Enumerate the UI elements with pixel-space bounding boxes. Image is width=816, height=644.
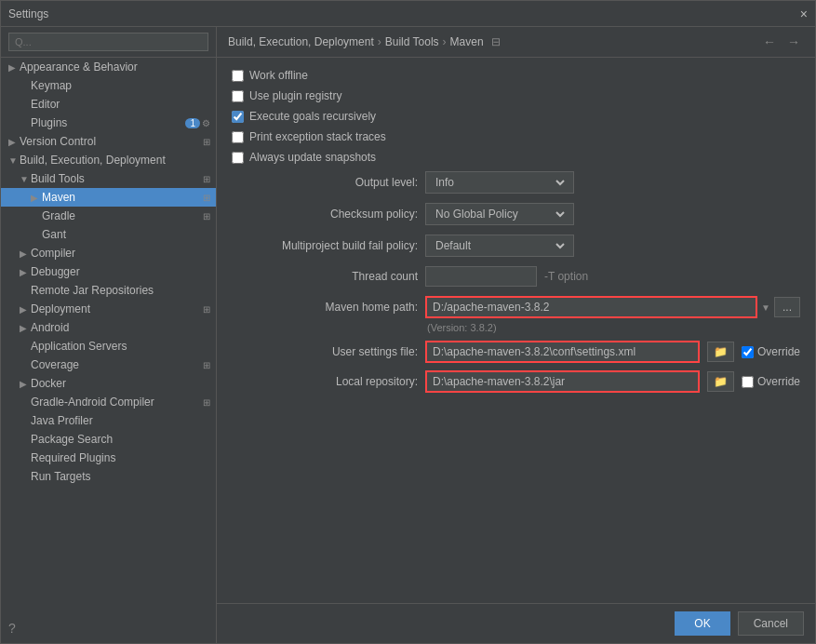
arrow-icon: ▶	[20, 267, 31, 277]
sidebar-search-container	[1, 27, 216, 58]
spacer	[20, 453, 31, 463]
sidebar-item-android[interactable]: ▶ Android	[1, 318, 216, 337]
output-level-select[interactable]: Info Debug Warning Error	[432, 175, 568, 190]
print-exception-checkbox[interactable]	[232, 131, 244, 143]
breadcrumb-sep1: ›	[378, 35, 381, 48]
maven-home-row: Maven home path: ▼ ...	[232, 296, 800, 318]
window-title: Settings	[8, 7, 48, 20]
sidebar-item-build-execution[interactable]: ▼ Build, Execution, Deployment	[1, 151, 216, 169]
settings-content: Work offline Use plugin registry Execute…	[217, 58, 815, 603]
breadcrumb-part1: Build, Execution, Deployment	[228, 35, 374, 48]
sidebar-item-label: Gradle	[42, 209, 201, 222]
multiproject-policy-select-box[interactable]: Default Fail at End Never Fail	[425, 235, 574, 257]
maven-version-hint: (Version: 3.8.2)	[427, 322, 800, 333]
sidebar-item-deployment[interactable]: ▶ Deployment ⊞	[1, 300, 216, 318]
spacer	[20, 360, 31, 370]
user-settings-override: Override	[742, 345, 800, 358]
forward-button[interactable]: →	[783, 33, 804, 51]
sidebar-item-plugins[interactable]: Plugins 1 ⚙	[1, 114, 216, 132]
user-settings-override-label: Override	[757, 345, 800, 358]
sidebar-item-gant[interactable]: Gant	[1, 225, 216, 244]
sidebar: ▶ Appearance & Behavior Keymap Editor Pl	[1, 27, 217, 643]
sidebar-item-java-profiler[interactable]: Java Profiler	[1, 411, 216, 430]
sidebar-item-label: Deployment	[31, 302, 201, 315]
maven-home-browse-button[interactable]: ...	[774, 297, 800, 317]
sidebar-item-coverage[interactable]: Coverage ⊞	[1, 356, 216, 374]
sidebar-item-appearance[interactable]: ▶ Appearance & Behavior	[1, 58, 216, 76]
sidebar-item-remote-jar[interactable]: Remote Jar Repositories	[1, 281, 216, 300]
breadcrumb-sep2: ›	[443, 35, 447, 48]
multiproject-policy-label: Multiproject build fail policy:	[232, 239, 418, 252]
sidebar-item-editor[interactable]: Editor	[1, 95, 216, 114]
user-settings-browse-button[interactable]: 📁	[707, 342, 734, 362]
ok-button[interactable]: OK	[675, 611, 729, 636]
checksum-policy-row: Checksum policy: No Global Policy Fail W…	[232, 203, 800, 225]
maven-home-input[interactable]	[425, 296, 757, 318]
always-update-label: Always update snapshots	[249, 151, 376, 164]
checksum-policy-select-box[interactable]: No Global Policy Fail Warn	[425, 203, 574, 225]
user-settings-override-checkbox[interactable]	[742, 346, 754, 358]
user-settings-label: User settings file:	[232, 345, 418, 358]
work-offline-checkbox[interactable]	[232, 70, 244, 82]
local-repo-override: Override	[742, 375, 800, 388]
sidebar-item-label: Gradle-Android Compiler	[31, 396, 201, 409]
checksum-policy-select[interactable]: No Global Policy Fail Warn	[432, 207, 568, 221]
gear-icon: ⊞	[203, 211, 210, 221]
use-plugin-registry-label: Use plugin registry	[249, 89, 341, 102]
thread-count-input[interactable]	[425, 266, 537, 287]
local-repo-input[interactable]	[425, 370, 700, 393]
arrow-icon: ▶	[20, 304, 31, 315]
sidebar-item-docker[interactable]: ▶ Docker	[1, 374, 216, 393]
close-button[interactable]: ×	[800, 7, 808, 21]
output-level-control: Info Debug Warning Error	[425, 171, 800, 194]
arrow-icon: ▶	[20, 323, 31, 333]
sidebar-item-application-servers[interactable]: Application Servers	[1, 337, 216, 356]
search-input[interactable]	[8, 33, 208, 51]
back-button[interactable]: ←	[759, 33, 780, 51]
gear-icon: ⊞	[203, 174, 210, 184]
spacer	[20, 416, 31, 426]
output-level-select-box[interactable]: Info Debug Warning Error	[425, 171, 574, 194]
sidebar-item-label: Editor	[31, 98, 210, 111]
spacer	[20, 118, 31, 128]
sidebar-item-label: Maven	[42, 191, 201, 204]
arrow-icon: ▶	[8, 137, 20, 147]
title-bar: Settings ×	[1, 1, 815, 27]
sidebar-item-build-tools[interactable]: ▼ Build Tools ⊞	[1, 169, 216, 188]
local-repo-override-label: Override	[757, 375, 800, 388]
use-plugin-registry-checkbox[interactable]	[232, 90, 244, 102]
maven-home-label: Maven home path:	[232, 301, 418, 314]
sidebar-item-version-control[interactable]: ▶ Version Control ⊞	[1, 132, 216, 151]
spacer	[31, 211, 42, 221]
local-repo-browse-button[interactable]: 📁	[707, 371, 734, 392]
spacer	[20, 81, 31, 91]
sidebar-item-required-plugins[interactable]: Required Plugins	[1, 449, 216, 467]
sidebar-bottom: ?	[1, 621, 216, 643]
always-update-checkbox[interactable]	[232, 152, 244, 164]
sidebar-item-label: Java Profiler	[31, 414, 210, 427]
user-settings-input[interactable]	[425, 341, 700, 363]
sidebar-item-label: Compiler	[31, 247, 210, 260]
gear-icon: ⊞	[203, 193, 210, 203]
sidebar-item-label: Plugins	[31, 116, 181, 129]
checkbox-always-update: Always update snapshots	[232, 151, 800, 164]
sidebar-item-compiler[interactable]: ▶ Compiler	[1, 244, 216, 262]
thread-count-row: Thread count -T option	[232, 266, 800, 287]
sidebar-item-run-targets[interactable]: Run Targets	[1, 467, 216, 486]
sidebar-item-maven[interactable]: ▶ Maven ⊞	[1, 188, 216, 207]
help-icon[interactable]: ?	[8, 621, 16, 636]
local-repo-override-checkbox[interactable]	[742, 376, 754, 388]
sidebar-item-package-search[interactable]: Package Search	[1, 430, 216, 449]
sidebar-item-gradle[interactable]: Gradle ⊞	[1, 207, 216, 225]
arrow-icon: ▼	[8, 155, 20, 166]
sidebar-item-debugger[interactable]: ▶ Debugger	[1, 262, 216, 281]
arrow-icon: ▶	[8, 62, 20, 73]
gear-icon: ⊞	[203, 304, 210, 315]
spacer	[20, 100, 31, 110]
multiproject-policy-select[interactable]: Default Fail at End Never Fail	[432, 238, 568, 253]
sidebar-item-gradle-android[interactable]: Gradle-Android Compiler ⊞	[1, 393, 216, 411]
sidebar-item-label: Build, Execution, Deployment	[20, 154, 210, 167]
sidebar-item-keymap[interactable]: Keymap	[1, 76, 216, 95]
execute-goals-checkbox[interactable]	[232, 111, 244, 123]
cancel-button[interactable]: Cancel	[738, 611, 804, 636]
